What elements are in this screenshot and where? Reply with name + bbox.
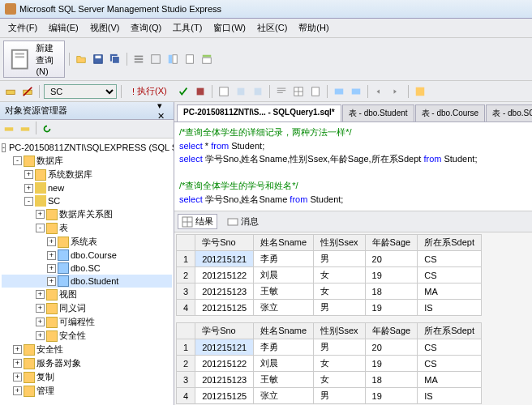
execute-button[interactable]: ! 执行(X)	[126, 83, 174, 99]
results-tab[interactable]: 结果	[178, 214, 217, 229]
svg-rect-22	[254, 87, 261, 95]
change-connection-icon[interactable]	[3, 84, 18, 99]
tree-views[interactable]: +视图	[2, 288, 172, 301]
svg-rect-11	[169, 55, 172, 64]
result-grid-1[interactable]: 学号Sno姓名Sname性别Ssex年龄Sage所在系Sdept12012151…	[176, 234, 482, 316]
disconnect2-icon[interactable]	[18, 122, 32, 136]
indent-icon[interactable]	[372, 84, 387, 99]
specify-values-icon[interactable]	[413, 84, 427, 99]
results-grids: 学号Sno姓名Sname性别Ssex年龄Sage所在系Sdept12012151…	[174, 232, 532, 405]
svg-rect-2	[15, 56, 24, 58]
svg-rect-31	[351, 88, 360, 94]
uncomment-icon[interactable]	[349, 84, 363, 99]
menu-query[interactable]: 查询(Q)	[126, 20, 166, 36]
cancel-icon[interactable]	[193, 84, 208, 99]
tree-course[interactable]: +dbo.Course	[2, 249, 172, 262]
panel-title: 对象资源管理器	[5, 104, 67, 117]
disconnect-icon[interactable]	[20, 84, 35, 99]
svg-rect-10	[152, 55, 161, 64]
svg-rect-24	[277, 90, 285, 91]
menu-tools[interactable]: 工具(T)	[168, 20, 207, 36]
display-plan-icon[interactable]	[217, 84, 231, 99]
it1-icon[interactable]	[234, 84, 248, 99]
svg-rect-34	[21, 127, 30, 130]
menu-window[interactable]: 窗口(W)	[208, 20, 251, 36]
svg-rect-29	[311, 87, 319, 96]
open-button[interactable]	[74, 52, 88, 66]
properties-icon[interactable]	[148, 52, 163, 66]
parse-icon[interactable]	[176, 84, 191, 99]
comment-icon[interactable]	[332, 84, 346, 99]
tree-systables[interactable]: +系统表	[2, 235, 172, 249]
svg-rect-4	[96, 56, 101, 59]
menu-view[interactable]: 视图(V)	[85, 20, 125, 36]
svg-rect-19	[196, 87, 204, 95]
list-icon[interactable]	[131, 52, 146, 66]
results-grid-icon[interactable]	[291, 84, 306, 99]
refresh-icon[interactable]	[40, 122, 54, 136]
svg-rect-21	[237, 87, 244, 95]
titlebar: Microsoft SQL Server Management Studio E…	[0, 0, 532, 19]
summary-icon[interactable]	[200, 52, 214, 66]
tree-security-db[interactable]: +安全性	[2, 329, 172, 343]
grid-icon	[182, 216, 193, 228]
menu-edit[interactable]: 编辑(E)	[44, 20, 84, 36]
tree-security[interactable]: +安全性	[2, 343, 172, 356]
tree-databases[interactable]: -数据库	[2, 154, 172, 168]
svg-rect-13	[187, 55, 194, 64]
panel-header: 对象资源管理器 ▾ ✕	[0, 102, 174, 120]
app-icon	[5, 3, 16, 15]
tree-programmability[interactable]: +可编程性	[2, 315, 172, 329]
svg-rect-33	[5, 127, 14, 130]
svg-rect-14	[203, 55, 212, 58]
panel-close-icon[interactable]: ▾ ✕	[157, 105, 169, 117]
tree-server[interactable]: -PC-20150811ZNTI\SQLEXPRESS (SQL Ser	[2, 141, 172, 154]
tree-sc[interactable]: -SC	[2, 194, 172, 207]
template-icon[interactable]	[182, 52, 197, 66]
tree-new[interactable]: +new	[2, 181, 172, 194]
results-file-icon[interactable]	[308, 84, 323, 99]
tab-query[interactable]: PC-20150811ZNTI\S... - SQLQuery1.sql*	[177, 104, 341, 122]
menu-file[interactable]: 文件(F)	[3, 20, 42, 36]
tab-sc[interactable]: 表 - dbo.SC	[486, 104, 532, 122]
connect-icon[interactable]	[2, 122, 16, 136]
new-query-button[interactable]: 新建查询(N)	[3, 40, 65, 78]
tree: -PC-20150811ZNTI\SQLEXPRESS (SQL Ser -数据…	[0, 139, 174, 405]
tree-server-objects[interactable]: +服务器对象	[2, 356, 172, 370]
panel-toolbar	[0, 120, 174, 139]
menu-help[interactable]: 帮助(H)	[294, 20, 333, 36]
tree-sysdb[interactable]: +系统数据库	[2, 168, 172, 181]
menu-community[interactable]: 社区(C)	[252, 20, 292, 36]
result-grid-2[interactable]: 学号Sno姓名Sname性别Ssex年龄Sage所在系Sdept12012151…	[176, 322, 482, 404]
outdent-icon[interactable]	[389, 84, 404, 99]
it2-icon[interactable]	[251, 84, 265, 99]
svg-rect-25	[277, 92, 282, 92]
tree-student[interactable]: +dbo.Student	[2, 275, 172, 288]
messages-tab[interactable]: 消息	[224, 214, 262, 229]
new-query-icon	[9, 47, 33, 71]
results-text-icon[interactable]	[274, 84, 289, 99]
tree-sc-table[interactable]: +dbo.SC	[2, 262, 172, 275]
tree-synonyms[interactable]: +同义词	[2, 301, 172, 315]
object-explorer-icon[interactable]	[165, 52, 180, 66]
menubar: 文件(F) 编辑(E) 视图(V) 查询(Q) 工具(T) 窗口(W) 社区(C…	[0, 19, 532, 38]
app-title: Microsoft SQL Server Management Studio E…	[19, 4, 221, 14]
document-tabs: PC-20150811ZNTI\S... - SQLQuery1.sql* 表 …	[174, 102, 532, 122]
result-tabs: 结果 消息	[174, 211, 532, 232]
editor-area: PC-20150811ZNTI\S... - SQLQuery1.sql* 表 …	[174, 102, 532, 405]
message-icon	[227, 216, 238, 228]
tree-diagram[interactable]: +数据库关系图	[2, 207, 172, 221]
tab-course[interactable]: 表 - dbo.Course	[415, 104, 486, 122]
save-all-button[interactable]	[108, 52, 122, 66]
database-combo[interactable]: SC	[44, 84, 117, 99]
object-explorer-panel: 对象资源管理器 ▾ ✕ -PC-20150811ZNTI\SQLEXPRESS …	[0, 102, 174, 405]
sql-editor[interactable]: /*查询全体学生的详细记录，两种方法一样*/ select * from Stu…	[174, 122, 532, 211]
svg-rect-16	[6, 90, 15, 94]
tab-student[interactable]: 表 - dbo.Student	[342, 104, 414, 122]
tree-replication[interactable]: +复制	[2, 370, 172, 384]
svg-rect-8	[135, 58, 144, 60]
save-button[interactable]	[91, 52, 105, 66]
tree-management[interactable]: +管理	[2, 384, 172, 398]
svg-rect-23	[277, 87, 285, 88]
tree-tables[interactable]: -表	[2, 221, 172, 235]
